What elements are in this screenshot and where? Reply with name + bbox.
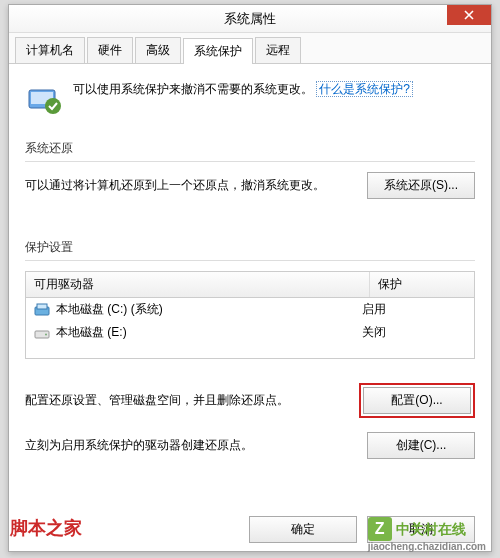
hdd-icon (34, 326, 50, 340)
watermark-jbs: 脚本之家 (10, 516, 82, 540)
system-restore-title: 系统还原 (25, 140, 475, 157)
drive-status: 关闭 (362, 324, 466, 341)
ok-button[interactable]: 确定 (249, 516, 357, 543)
close-icon (464, 10, 474, 20)
divider (25, 161, 475, 162)
svg-rect-4 (37, 304, 47, 309)
system-restore-text: 可以通过将计算机还原到上一个还原点，撤消系统更改。 (25, 175, 355, 195)
tab-remote[interactable]: 远程 (255, 37, 301, 63)
tab-advanced[interactable]: 高级 (135, 37, 181, 63)
window-title: 系统属性 (224, 10, 276, 28)
system-restore-button[interactable]: 系统还原(S)... (367, 172, 475, 199)
system-restore-row: 可以通过将计算机还原到上一个还原点，撤消系统更改。 系统还原(S)... (25, 172, 475, 199)
create-button[interactable]: 创建(C)... (367, 432, 475, 459)
drive-name: 本地磁盘 (E:) (56, 324, 127, 341)
intro-message: 可以使用系统保护来撤消不需要的系统更改。 (73, 82, 313, 96)
watermark-zol: Z中关村在线 jiaocheng.chazidian.com (368, 517, 486, 552)
configure-text: 配置还原设置、管理磁盘空间，并且删除还原点。 (25, 390, 347, 410)
system-properties-window: 系统属性 计算机名 硬件 高级 系统保护 远程 可以使用系统保护来撤消不需要的系… (8, 4, 492, 552)
tab-system-protection[interactable]: 系统保护 (183, 38, 253, 64)
configure-row: 配置还原设置、管理磁盘空间，并且删除还原点。 配置(O)... (25, 383, 475, 418)
configure-button[interactable]: 配置(O)... (363, 387, 471, 414)
table-header: 可用驱动器 保护 (26, 272, 474, 298)
drive-status: 启用 (362, 301, 466, 318)
create-text: 立刻为启用系统保护的驱动器创建还原点。 (25, 435, 355, 455)
create-row: 立刻为启用系统保护的驱动器创建还原点。 创建(C)... (25, 432, 475, 459)
tab-computer-name[interactable]: 计算机名 (15, 37, 85, 63)
svg-point-6 (45, 333, 47, 335)
intro-text: 可以使用系统保护来撤消不需要的系统更改。 什么是系统保护? (73, 80, 413, 118)
zol-logo-icon: Z (368, 517, 392, 541)
table-row[interactable]: 本地磁盘 (C:) (系统) 启用 (26, 298, 474, 321)
tab-hardware[interactable]: 硬件 (87, 37, 133, 63)
svg-point-2 (45, 98, 61, 114)
shield-icon (25, 80, 63, 118)
col-drive[interactable]: 可用驱动器 (26, 272, 370, 297)
col-status[interactable]: 保护 (370, 272, 474, 297)
tab-content: 可以使用系统保护来撤消不需要的系统更改。 什么是系统保护? 系统还原 可以通过将… (9, 64, 491, 483)
protection-settings-title: 保护设置 (25, 239, 475, 256)
intro-row: 可以使用系统保护来撤消不需要的系统更改。 什么是系统保护? (25, 74, 475, 132)
what-is-system-protection-link[interactable]: 什么是系统保护? (316, 81, 413, 97)
tab-strip: 计算机名 硬件 高级 系统保护 远程 (9, 33, 491, 64)
titlebar: 系统属性 (9, 5, 491, 33)
drives-table: 可用驱动器 保护 本地磁盘 (C:) (系统) 启用 本地磁盘 (E:) (25, 271, 475, 359)
close-button[interactable] (447, 5, 491, 25)
hdd-primary-icon (34, 303, 50, 317)
table-body: 本地磁盘 (C:) (系统) 启用 本地磁盘 (E:) 关闭 (26, 298, 474, 358)
configure-highlight: 配置(O)... (359, 383, 475, 418)
table-row[interactable]: 本地磁盘 (E:) 关闭 (26, 321, 474, 344)
drive-name: 本地磁盘 (C:) (系统) (56, 301, 163, 318)
divider (25, 260, 475, 261)
